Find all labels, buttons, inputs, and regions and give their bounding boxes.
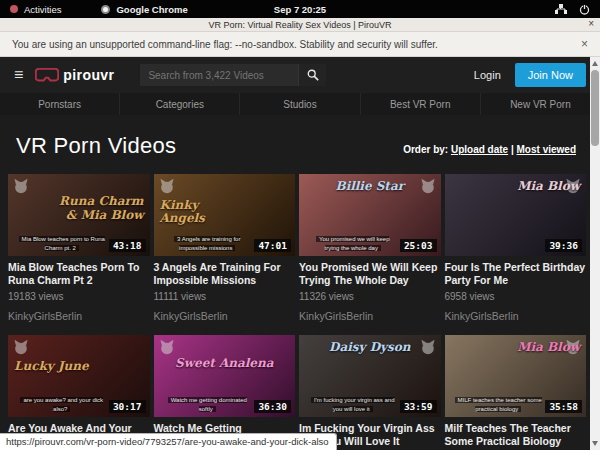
video-views: 6958 views <box>445 291 587 302</box>
thumbnail-caption: MILF teaches the teacher some practical … <box>455 396 543 413</box>
thumbnail-overlay-title: Runa Charm & Mia Blow <box>56 195 144 221</box>
video-thumbnail[interactable]: Mia Blow MILF teaches the teacher some p… <box>445 335 587 417</box>
thumbnail-overlay-title: Billie Star <box>299 180 441 193</box>
nav-categories[interactable]: Categories <box>119 93 239 115</box>
video-title-link[interactable]: You Promised We Will Keep Trying The Who… <box>299 261 441 286</box>
scrollbar-down-arrow-icon[interactable] <box>592 441 598 446</box>
nav-best-vr-porn[interactable]: Best VR Porn <box>360 93 480 115</box>
video-title-link[interactable]: Milf Teaches The Teacher Some Practical … <box>445 422 587 447</box>
video-card[interactable]: Kinky Angels 3 Angels are training for i… <box>154 174 296 322</box>
video-card[interactable]: Runa Charm & Mia Blow Mia Blow teaches p… <box>8 174 150 322</box>
thumbnail-caption: I'm fucking your virgin ass and you will… <box>309 396 397 413</box>
thumbnail-overlay-title: Sweet Analena <box>154 357 296 370</box>
scrollbar-up-arrow-icon[interactable] <box>592 61 598 66</box>
video-title-link[interactable]: 3 Angels Are Training For Impossible Mis… <box>154 261 296 286</box>
duration-badge: 39:36 <box>545 239 582 252</box>
thumbnail-overlay-title: Mia Blow <box>517 180 580 193</box>
menu-hamburger-icon[interactable]: ≡ <box>14 67 23 83</box>
thumbnail-caption: are you awake? and your dick also? <box>18 396 106 413</box>
page-heading-row: VR Porn Videos Order by: Upload date | M… <box>0 115 600 174</box>
order-by-label: Order by: <box>403 144 448 155</box>
video-thumbnail[interactable]: Mia Blow 39:36 <box>445 174 587 256</box>
video-thumbnail[interactable]: Daisy Dyson I'm fucking your virgin ass … <box>299 335 441 417</box>
video-thumbnail[interactable]: Lucky June are you awake? and your dick … <box>8 335 150 417</box>
studio-cat-mask-icon <box>12 178 30 194</box>
scrollbar-thumb[interactable] <box>591 70 599 146</box>
search-bar <box>140 64 326 86</box>
warning-message: You are using an unsupported command-lin… <box>12 39 438 50</box>
search-input[interactable] <box>140 64 298 86</box>
duration-badge: 47:01 <box>254 239 291 252</box>
video-card[interactable]: Mia Blow MILF teaches the teacher some p… <box>445 335 587 450</box>
video-title-link[interactable]: Four Is The Perfect Birthday Party For M… <box>445 261 587 286</box>
video-thumbnail[interactable]: Billie Star You promised we will keep tr… <box>299 174 441 256</box>
clock[interactable]: Sep 7 20:25 <box>0 4 600 15</box>
login-link[interactable]: Login <box>474 69 501 81</box>
video-views: 11326 views <box>299 291 441 302</box>
thumbnail-caption: 3 Angels are training for impossible mis… <box>164 235 252 252</box>
warning-close-icon[interactable]: × <box>581 37 588 51</box>
thumbnail-overlay-title: Lucky June <box>14 360 89 373</box>
site-logo[interactable]: pirouvr <box>35 67 114 83</box>
duration-badge: 33:59 <box>400 400 437 413</box>
order-by: Order by: Upload date | Most viewed <box>403 144 576 155</box>
thumbnail-caption: You promised we will keep trying the who… <box>309 235 397 252</box>
video-thumbnail[interactable]: Sweet Analena Watch me getting dominated… <box>154 335 296 417</box>
vr-goggles-icon <box>35 68 59 83</box>
tab-title[interactable]: VR Porn: Virtual Reality Sex Videos | Pi… <box>208 20 391 30</box>
duration-badge: 36:30 <box>254 400 291 413</box>
site-header: ≡ pirouvr Login Join Now <box>0 57 600 93</box>
thumbnail-caption: Watch me getting dominated softly <box>164 396 252 413</box>
video-card[interactable]: Billie Star You promised we will keep tr… <box>299 174 441 322</box>
join-now-button[interactable]: Join Now <box>515 63 586 87</box>
video-studio-link[interactable]: KinkyGirlsBerlin <box>445 310 587 322</box>
search-button[interactable] <box>298 64 326 86</box>
browser-tab-bar: VR Porn: Virtual Reality Sex Videos | Pi… <box>0 18 600 32</box>
duration-badge: 30:17 <box>109 400 146 413</box>
sandbox-warning-bar: You are using an unsupported command-lin… <box>0 32 600 57</box>
system-top-bar: Activities Google Chrome Sep 7 20:25 <box>0 0 600 18</box>
duration-badge: 35:58 <box>545 400 582 413</box>
video-thumbnail[interactable]: Kinky Angels 3 Angels are training for i… <box>154 174 296 256</box>
order-separator: | <box>511 144 514 155</box>
video-views: 19183 views <box>8 291 150 302</box>
video-views: 11111 views <box>154 291 296 302</box>
tab-close-icon[interactable]: × <box>588 18 594 29</box>
video-title-link[interactable]: Mia Blow Teaches Porn To Runa Charm Pt 2 <box>8 261 150 286</box>
nav-studios[interactable]: Studios <box>239 93 359 115</box>
video-grid: Runa Charm & Mia Blow Mia Blow teaches p… <box>0 174 600 450</box>
logo-text: pirouvr <box>63 67 114 83</box>
nav-pornstars[interactable]: Pornstars <box>0 93 119 115</box>
order-upload-date-link[interactable]: Upload date <box>451 144 508 155</box>
duration-badge: 25:03 <box>400 239 437 252</box>
thumbnail-overlay-title: Kinky Angels <box>160 199 242 225</box>
nav-new-vr-porn[interactable]: New VR Porn <box>480 93 600 115</box>
studio-cat-mask-icon <box>158 339 176 355</box>
search-icon <box>307 69 319 81</box>
thumbnail-caption: Mia Blow teaches porn to Runa Charm pt. … <box>18 235 106 252</box>
video-card[interactable]: Mia Blow 39:36 Four Is The Perfect Birth… <box>445 174 587 322</box>
video-studio-link[interactable]: KinkyGirlsBerlin <box>8 310 150 322</box>
studio-cat-mask-icon <box>12 339 30 355</box>
page-title: VR Porn Videos <box>16 133 176 159</box>
video-studio-link[interactable]: KinkyGirlsBerlin <box>154 310 296 322</box>
thumbnail-overlay-title: Mia Blow <box>517 341 580 354</box>
order-most-viewed-link[interactable]: Most viewed <box>517 144 576 155</box>
main-nav: Pornstars Categories Studios Best VR Por… <box>0 93 600 115</box>
thumbnail-overlay-title: Daisy Dyson <box>299 341 441 354</box>
studio-cat-mask-icon <box>158 178 176 194</box>
browser-scrollbar[interactable] <box>590 57 600 450</box>
video-thumbnail[interactable]: Runa Charm & Mia Blow Mia Blow teaches p… <box>8 174 150 256</box>
video-studio-link[interactable]: KinkyGirlsBerlin <box>299 310 441 322</box>
duration-badge: 43:18 <box>109 239 146 252</box>
link-status-bar: https://pirouvr.com/vr-porn-video/779325… <box>0 433 337 450</box>
